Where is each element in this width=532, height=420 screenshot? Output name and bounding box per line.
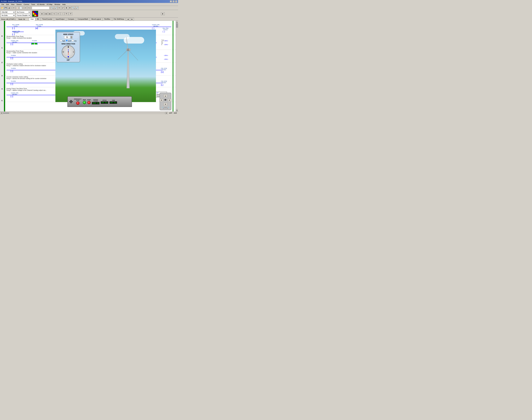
unit-row: mph km/h m/s	[58, 40, 79, 42]
edits-select[interactable]: No Edits	[0, 14, 15, 17]
menu-view[interactable]: View	[10, 3, 15, 5]
search-input[interactable]	[32, 6, 49, 9]
h-scroll-thumb[interactable]	[3, 113, 9, 114]
online-status-select[interactable]: ONLINE OFFLINE	[0, 11, 15, 14]
nav-last[interactable]: |►|	[48, 12, 52, 15]
close-button[interactable]: ×	[175, 0, 177, 2]
eye-right[interactable]: ►	[168, 99, 172, 102]
zoom-out-icon[interactable]: 🔍	[162, 107, 164, 109]
cut-button[interactable]: ✂	[12, 6, 15, 10]
output-power-section: OUTPUTPOWER 0000 kW	[92, 99, 100, 105]
stop-button[interactable]	[87, 101, 91, 104]
find-button[interactable]: 🔍	[51, 6, 54, 10]
menu-comms[interactable]: Comms	[23, 3, 30, 5]
contact-t40dn-r3: T4:0/DN	[11, 68, 16, 72]
scroll-left[interactable]: ◄	[0, 112, 3, 114]
print-button[interactable]: 🖨	[8, 6, 11, 10]
scroll-down[interactable]: ▼	[176, 109, 178, 111]
wind-speed-field[interactable]: 50	[64, 36, 70, 39]
toolbar: 📂 💾 🖨 ✂ 📋 📄 ↩ ↪ 🔍 🔎 ✏ ✔ ⬇ ⬆ 🔍 🔎	[0, 6, 178, 10]
eye-control-widget: ▲ ◄ 👁 ► ▼ 🔍 🔎	[160, 93, 171, 110]
scroll-up[interactable]: ▲	[176, 21, 178, 23]
tab-compare[interactable]: Compare	[66, 18, 76, 21]
copy-button[interactable]: 📋	[16, 6, 19, 10]
rung-num-4: 4	[1, 84, 3, 95]
output-power-label: OUTPUTPOWER	[93, 99, 98, 102]
nav-next[interactable]: ►	[161, 12, 165, 15]
speed-increment[interactable]: ▲	[71, 36, 72, 37]
download-button[interactable]: ⬇	[65, 6, 68, 10]
minimize-button[interactable]: _	[170, 0, 172, 2]
tab-math[interactable]: Compute/Math	[76, 18, 89, 21]
menu-edit[interactable]: Edit	[5, 3, 10, 5]
emergency-stop-button[interactable]	[76, 102, 79, 105]
nav-step1[interactable]: ≡|	[52, 12, 56, 15]
unit-ms[interactable]: m/s	[72, 40, 76, 42]
eye-center-icon[interactable]: 👁	[164, 98, 167, 102]
unit-mph[interactable]: mph	[60, 40, 65, 42]
output-power-display: 0000 kW	[92, 102, 100, 105]
zoom-in-button[interactable]: 🔍	[72, 6, 75, 10]
eye-left[interactable]: ◄	[159, 99, 163, 102]
run-button[interactable]	[83, 101, 86, 104]
menu-help[interactable]: Help	[61, 3, 67, 5]
tab-timer[interactable]: Timer/Counter	[41, 18, 54, 21]
driver-info: Driver: AB_ETHIP-1 Node: 0d User Bit Tim…	[0, 18, 178, 21]
forces-disabled-select[interactable]: Forces Disabled	[16, 14, 30, 17]
forces-select[interactable]: No Forces	[16, 11, 30, 14]
tab-bit[interactable]: Bit	[36, 18, 40, 21]
contact-t41dn-r1: T4:1/DN /	[31, 40, 37, 45]
nav-first[interactable]: |◄|	[44, 12, 48, 15]
toolbar-sep4	[50, 6, 50, 10]
tabs-prev[interactable]: ◄	[126, 18, 130, 21]
maximize-button[interactable]: □	[173, 0, 174, 2]
verify-button[interactable]: ✔	[61, 6, 64, 10]
fan-icon: ✤	[69, 99, 73, 104]
unit-kmh[interactable]: km/h	[66, 40, 71, 42]
ver-indicator: VER	[173, 112, 177, 114]
speed-decrement[interactable]: ▼	[71, 37, 72, 39]
rung-num-5: 5	[1, 95, 3, 110]
vertical-scrollbar[interactable]: ▲ ▼	[176, 21, 178, 111]
tab-file[interactable]: File/Misc	[103, 18, 112, 21]
nav-run[interactable]: ○	[60, 12, 64, 15]
compass-degree: 180°	[67, 59, 70, 61]
nav-prev[interactable]: ◄	[40, 12, 44, 15]
eye-up[interactable]: ▲	[163, 94, 168, 98]
save-button[interactable]: 💾	[4, 6, 7, 10]
tabs-next[interactable]: ►	[130, 18, 134, 21]
compass[interactable]: N S E W	[62, 45, 75, 59]
nav-cw[interactable]: ↻	[64, 12, 68, 15]
menu-tools[interactable]: Tools	[30, 3, 36, 5]
undo-button[interactable]: ↩	[24, 6, 27, 10]
scroll-thumb[interactable]	[176, 23, 178, 28]
tab-move[interactable]: Move/Logical	[90, 18, 102, 21]
ladder-area[interactable]: Run_NOPB <I:1/1> Stop_NCPB <I:1/0>	[4, 21, 176, 111]
find2-button[interactable]: 🔎	[54, 6, 58, 10]
menu-io-map[interactable]: I/O Map	[46, 3, 53, 5]
scroll-right[interactable]: ►	[165, 112, 168, 114]
new-button[interactable]: 📂	[0, 6, 4, 10]
scroll-track[interactable]	[176, 23, 178, 109]
redo-button[interactable]: ↪	[27, 6, 30, 10]
zoom-out-button[interactable]: 🔎	[75, 6, 79, 10]
menu-search[interactable]: Search	[15, 3, 22, 5]
pitch-section: PITCH 000 Deg	[101, 100, 108, 104]
upload-button[interactable]: ⬆	[68, 6, 72, 10]
app-indicator: APP	[169, 112, 172, 114]
menu-window[interactable]: Window	[54, 3, 61, 5]
edit-button[interactable]: ✏	[58, 6, 61, 10]
tab-shift[interactable]: File Shift/Sequ	[112, 18, 126, 21]
tab-user[interactable]: User	[29, 18, 35, 21]
menu-io-worlds[interactable]: I/O Worlds	[36, 3, 45, 5]
eye-down[interactable]: ▼	[163, 103, 168, 106]
paste-button[interactable]: 📄	[19, 6, 22, 10]
wind-speed-spinner[interactable]: ▲ ▼	[71, 36, 72, 39]
zoom-in-icon[interactable]: 🔎	[167, 107, 169, 109]
nav-step2[interactable]: |≡	[56, 12, 60, 15]
h-scroll-track[interactable]	[3, 112, 165, 114]
nav-ccw[interactable]: ↺	[69, 12, 72, 15]
h-scroll-area[interactable]: ◄ ►	[0, 112, 168, 114]
tab-io[interactable]: Input/Output	[54, 18, 66, 21]
menu-file[interactable]: File	[0, 3, 5, 5]
